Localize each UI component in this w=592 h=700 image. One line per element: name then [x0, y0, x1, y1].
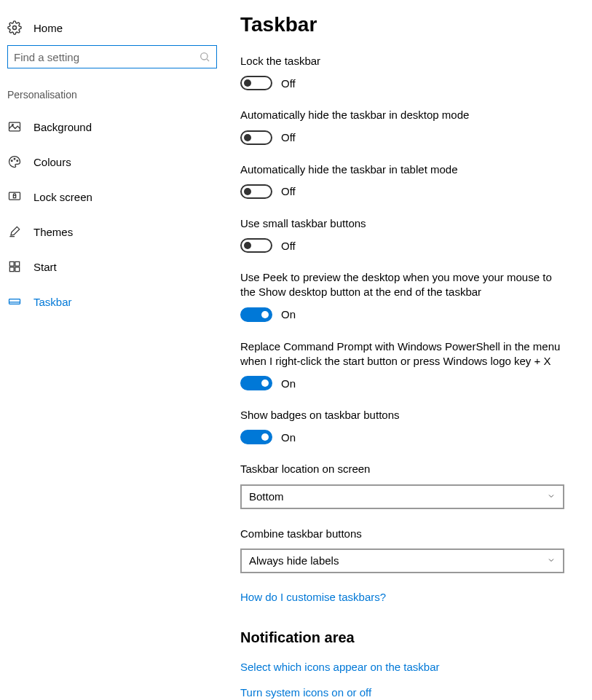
section-notification-area: Notification area [240, 629, 570, 646]
toggle-lock-taskbar[interactable] [240, 76, 272, 90]
svg-rect-10 [9, 261, 14, 266]
setting-autohide-tablet: Automatically hide the taskbar in tablet… [240, 162, 568, 199]
svg-rect-13 [15, 267, 20, 272]
sidebar-item-taskbar[interactable]: Taskbar [7, 284, 211, 319]
dropdown-combine-buttons[interactable]: Always hide labels [240, 548, 564, 573]
toggle-state: Off [281, 240, 296, 252]
toggle-state: Off [281, 131, 296, 143]
svg-point-5 [11, 160, 12, 162]
toggle-state: On [281, 431, 296, 444]
svg-rect-14 [9, 299, 20, 304]
setting-label: Lock the taskbar [240, 54, 568, 68]
lock-screen-icon [7, 189, 22, 204]
svg-rect-12 [9, 267, 14, 272]
svg-point-1 [201, 53, 208, 60]
sidebar-item-label: Background [33, 121, 92, 133]
svg-point-6 [14, 158, 15, 160]
sidebar-item-colours[interactable]: Colours [7, 144, 211, 179]
palette-icon [7, 154, 22, 169]
setting-label: Use small taskbar buttons [240, 216, 568, 231]
setting-label: Automatically hide the taskbar in deskto… [240, 108, 568, 122]
toggle-autohide-desktop[interactable] [240, 130, 272, 145]
start-icon [7, 259, 22, 274]
toggle-state: On [281, 377, 296, 390]
sidebar-item-label: Themes [33, 226, 73, 238]
main-content: Taskbar Lock the taskbar Off Automatical… [218, 0, 592, 700]
sidebar-item-label: Start [33, 261, 57, 273]
search-icon [199, 51, 210, 63]
setting-badges: Show badges on taskbar buttons On [240, 408, 568, 444]
sidebar: Home Personalisation Background Colours [0, 0, 218, 700]
home-label: Home [33, 22, 63, 34]
svg-point-0 [13, 26, 17, 30]
setting-combine-buttons: Combine taskbar buttons Always hide labe… [240, 527, 568, 573]
toggle-autohide-tablet[interactable] [240, 184, 272, 199]
toggle-small-buttons[interactable] [240, 238, 272, 253]
setting-label: Replace Command Prompt with Windows Powe… [240, 339, 568, 369]
sidebar-item-themes[interactable]: Themes [7, 214, 211, 249]
sidebar-item-label: Taskbar [33, 296, 72, 308]
setting-label: Use Peek to preview the desktop when you… [240, 270, 568, 300]
home-button[interactable]: Home [7, 16, 211, 45]
setting-autohide-desktop: Automatically hide the taskbar in deskto… [240, 108, 568, 144]
chevron-down-icon [547, 490, 556, 503]
svg-point-4 [12, 125, 14, 126]
brush-icon [7, 224, 22, 239]
setting-powershell: Replace Command Prompt with Windows Powe… [240, 339, 568, 391]
setting-label: Taskbar location on screen [240, 462, 568, 476]
toggle-badges[interactable] [240, 430, 272, 444]
chevron-down-icon [547, 554, 556, 567]
setting-label: Show badges on taskbar buttons [240, 408, 568, 422]
toggle-state: Off [281, 185, 296, 197]
taskbar-icon [7, 294, 22, 309]
svg-rect-11 [15, 261, 20, 266]
sidebar-item-start[interactable]: Start [7, 249, 211, 284]
link-select-icons[interactable]: Select which icons appear on the taskbar [240, 661, 570, 673]
dropdown-value: Always hide labels [249, 554, 339, 567]
page-title: Taskbar [240, 13, 570, 36]
svg-point-7 [17, 160, 18, 162]
link-system-icons[interactable]: Turn system icons on or off [240, 686, 570, 699]
sidebar-item-label: Colours [33, 156, 71, 168]
setting-small-buttons: Use small taskbar buttons Off [240, 216, 568, 253]
sidebar-item-background[interactable]: Background [7, 109, 211, 144]
gear-icon [7, 20, 22, 35]
dropdown-taskbar-location[interactable]: Bottom [240, 484, 564, 509]
svg-line-2 [207, 59, 209, 61]
sidebar-category: Personalisation [7, 89, 211, 109]
sidebar-item-label: Lock screen [33, 191, 92, 203]
toggle-state: Off [281, 77, 296, 90]
help-link[interactable]: How do I customise taskbars? [240, 591, 570, 603]
toggle-state: On [281, 308, 296, 320]
image-icon [7, 119, 22, 134]
setting-lock-taskbar: Lock the taskbar Off [240, 54, 568, 90]
search-input[interactable] [14, 51, 199, 63]
toggle-powershell[interactable] [240, 376, 272, 390]
search-input-container[interactable] [7, 45, 217, 68]
setting-label: Combine taskbar buttons [240, 527, 568, 541]
setting-taskbar-location: Taskbar location on screen Bottom [240, 462, 568, 508]
dropdown-value: Bottom [249, 490, 284, 503]
setting-label: Automatically hide the taskbar in tablet… [240, 162, 568, 177]
sidebar-item-lock-screen[interactable]: Lock screen [7, 179, 211, 214]
setting-peek: Use Peek to preview the desktop when you… [240, 270, 568, 322]
svg-rect-9 [13, 195, 15, 197]
toggle-peek[interactable] [240, 307, 272, 322]
